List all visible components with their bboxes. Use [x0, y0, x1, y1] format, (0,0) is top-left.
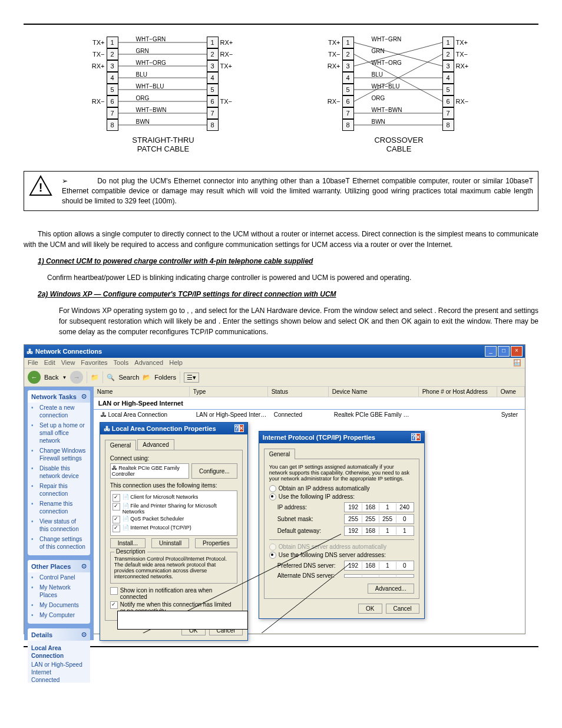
connection-row[interactable]: 🖧 Local Area Connection LAN or High-Spee…	[94, 410, 525, 420]
collapse-icon[interactable]: ⊙	[81, 562, 87, 570]
properties-button[interactable]: Properties	[195, 538, 237, 548]
collapse-icon[interactable]: ⊙	[81, 631, 87, 638]
info-text: You can get IP settings assigned automat…	[269, 464, 414, 482]
svg-text:!: !	[39, 181, 43, 194]
column-headers[interactable]: Name Type Status Device Name Phone # or …	[94, 387, 525, 397]
lan-icon: 🖧	[101, 411, 107, 418]
details-panel: Details⊙ Local Area Connection LAN or Hi…	[28, 628, 90, 683]
menu-edit[interactable]: Edit	[44, 359, 55, 367]
details-title: Local Area Connection	[31, 644, 87, 660]
close-button[interactable]: ×	[511, 346, 523, 357]
maximize-button[interactable]: □	[498, 346, 510, 357]
advanced-button[interactable]: Advanced...	[368, 584, 414, 594]
task-item[interactable]: Disable this network device	[28, 463, 90, 481]
step-1-head: 1) Connect UCM to powered charge control…	[38, 257, 538, 265]
other-head[interactable]: Other Places	[31, 563, 71, 570]
col-status[interactable]: Status	[268, 387, 329, 397]
notify-checkbox[interactable]: ✓	[110, 601, 118, 609]
col-name[interactable]: Name	[94, 387, 190, 397]
tab-general[interactable]: General	[105, 440, 137, 450]
task-item[interactable]: Rename this connection	[28, 499, 90, 516]
uninstall-button[interactable]: Uninstall	[151, 538, 189, 548]
menubar: File Edit View Favorites Tools Advanced …	[24, 358, 525, 368]
subnet-mask-input[interactable]: 2552552550	[344, 514, 414, 524]
obtain-dns-radio[interactable]	[269, 543, 276, 551]
app-icon: 🖧	[27, 348, 33, 355]
crossover-diagram: TX+1TX−2RX+345RX−678 WHT−GRNGRNWHT−ORGBL…	[299, 37, 499, 153]
details-head[interactable]: Details	[31, 631, 52, 638]
network-tasks-panel: Network Tasks⊙ Create a new connectionSe…	[28, 390, 90, 555]
install-button[interactable]: Install...	[110, 538, 146, 548]
window-title: Network Connections	[35, 348, 102, 355]
show-icon-checkbox[interactable]	[110, 587, 118, 595]
up-icon[interactable]: 📁	[91, 374, 99, 381]
ok-button[interactable]: OK	[358, 604, 382, 614]
cancel-button[interactable]: Cancel	[386, 604, 419, 614]
details-l2: Connected	[31, 676, 87, 683]
help-button[interactable]: ?	[234, 424, 239, 432]
warning-icon: !	[24, 172, 57, 205]
back-label[interactable]: Back	[44, 374, 58, 381]
menu-advanced[interactable]: Advanced	[134, 359, 163, 367]
main-pane: Name Type Status Device Name Phone # or …	[94, 387, 525, 633]
use-ip-radio[interactable]	[269, 493, 276, 500]
menu-view[interactable]: View	[61, 359, 75, 367]
configure-button[interactable]: Configure...	[191, 463, 237, 479]
details-l1: LAN or High-Speed Internet	[31, 661, 87, 676]
collapse-icon[interactable]: ⊙	[81, 393, 87, 400]
step-2a-head: 2a) Windows XP — Configure computer's TC…	[38, 290, 538, 298]
close-button[interactable]: ×	[239, 424, 244, 432]
other-item[interactable]: My Computer	[28, 610, 90, 620]
alternate-dns-input[interactable]	[344, 574, 414, 578]
warning-text: Do not plug the UCM's Ethernet connector…	[62, 177, 533, 205]
other-item[interactable]: Control Panel	[28, 572, 90, 582]
close-button[interactable]: ×	[416, 433, 421, 441]
menu-tools[interactable]: Tools	[114, 359, 129, 367]
dlg1-title: Local Area Connection Properties	[112, 425, 216, 432]
tasks-head[interactable]: Network Tasks	[31, 393, 77, 400]
col-owner[interactable]: Owne	[497, 387, 525, 397]
use-dns-radio[interactable]	[269, 552, 276, 559]
lac-properties-dialog[interactable]: 🖧 Local Area Connection Properties?× Gen…	[100, 422, 248, 641]
col-device[interactable]: Device Name	[329, 387, 419, 397]
task-item[interactable]: View status of this connection	[28, 516, 90, 534]
task-item[interactable]: Change settings of this connection	[28, 534, 90, 552]
preferred-dns-input[interactable]: 19216810	[344, 561, 414, 571]
tab-advanced[interactable]: Advanced	[137, 439, 174, 450]
back-button[interactable]: ←	[28, 371, 41, 384]
gateway-input[interactable]: 19216811	[344, 526, 414, 536]
other-item[interactable]: My Network Places	[28, 582, 90, 600]
folders-label[interactable]: Folders	[154, 374, 176, 381]
folders-icon[interactable]: 📂	[143, 374, 151, 381]
tab-general[interactable]: General	[264, 449, 296, 459]
window-titlebar[interactable]: 🖧Network Connections _ □ ×	[24, 345, 525, 358]
col-phone[interactable]: Phone # or Host Address	[419, 387, 497, 397]
connect-using-label: Connect using:	[110, 455, 237, 462]
task-item[interactable]: Change Windows Firewall settings	[28, 446, 90, 463]
sidebar: Network Tasks⊙ Create a new connectionSe…	[24, 387, 94, 640]
col-type[interactable]: Type	[190, 387, 268, 397]
search-label[interactable]: Search	[118, 374, 139, 381]
help-button[interactable]: ?	[411, 433, 416, 441]
task-item[interactable]: Create a new connection	[28, 403, 90, 420]
dlg2-title: Internet Protocol (TCP/IP) Properties	[263, 434, 375, 441]
menu-help[interactable]: Help	[169, 359, 183, 367]
views-button[interactable]: ☰▾	[184, 373, 199, 383]
obtain-ip-radio[interactable]	[269, 485, 276, 492]
diagram1-title: STRAIGHT-THRU PATCH CABLE	[63, 136, 263, 153]
minimize-button[interactable]: _	[485, 346, 497, 357]
desc-text: Transmission Control Protocol/Internet P…	[114, 556, 233, 579]
windows-flag-icon: 🪟	[513, 359, 521, 367]
menu-file[interactable]: File	[28, 359, 38, 367]
tcpip-properties-dialog[interactable]: Internet Protocol (TCP/IP) Properties?× …	[259, 431, 425, 619]
task-item[interactable]: Set up a home or small office network	[28, 420, 90, 446]
other-item[interactable]: My Documents	[28, 600, 90, 610]
menu-favorites[interactable]: Favorites	[81, 359, 107, 367]
warning-box: ! ➢ Do not plug the UCM's Ethernet conne…	[24, 171, 538, 211]
task-item[interactable]: Repair this connection	[28, 481, 90, 499]
search-icon[interactable]: 🔍	[107, 374, 115, 381]
desc-head: Description	[114, 548, 147, 555]
ip-address-input[interactable]: 1921681240	[344, 502, 414, 512]
diagram2-title: CROSSOVER CABLE	[299, 136, 499, 153]
forward-button[interactable]: →	[70, 371, 83, 384]
